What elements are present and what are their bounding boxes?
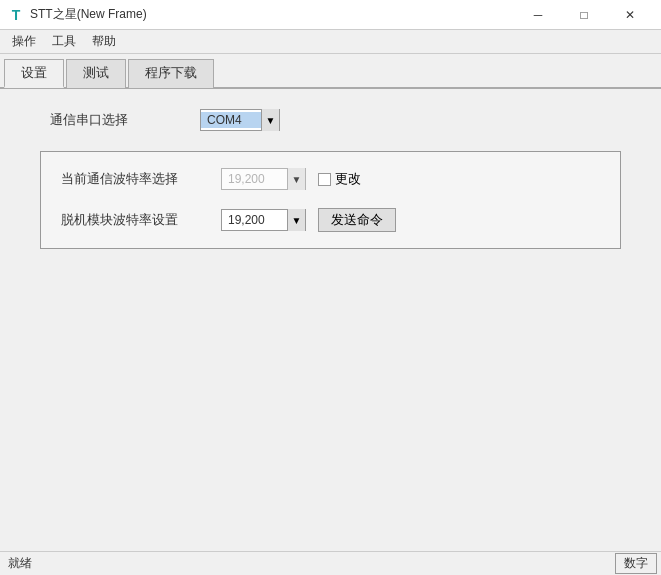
com-port-dropdown[interactable]: COM4 ▼ (200, 109, 280, 131)
current-baud-row: 当前通信波特率选择 19,200 ▼ 更改 (61, 168, 600, 190)
send-command-button[interactable]: 发送命令 (318, 208, 396, 232)
statusbar: 就绪 数字 (0, 551, 661, 575)
titlebar-title: STT之星(New Frame) (30, 6, 147, 23)
change-checkbox[interactable] (318, 173, 331, 186)
com-port-value: COM4 (201, 112, 261, 128)
menu-item-tools[interactable]: 工具 (44, 30, 84, 54)
offline-baud-row: 脱机模块波特率设置 19,200 ▼ 发送命令 (61, 208, 600, 232)
maximize-button[interactable]: □ (561, 0, 607, 30)
titlebar-controls: ─ □ ✕ (515, 0, 653, 30)
current-baud-dropdown[interactable]: 19,200 ▼ (221, 168, 306, 190)
titlebar-left: T STT之星(New Frame) (8, 6, 147, 23)
current-baud-value: 19,200 (222, 171, 287, 187)
main-content: 通信串口选择 COM4 ▼ 当前通信波特率选择 19,200 ▼ 更改 脱机模块… (0, 89, 661, 553)
change-checkbox-label: 更改 (335, 170, 361, 188)
titlebar: T STT之星(New Frame) ─ □ ✕ (0, 0, 661, 30)
close-button[interactable]: ✕ (607, 0, 653, 30)
com-port-label: 通信串口选择 (50, 111, 170, 129)
menu-item-operations[interactable]: 操作 (4, 30, 44, 54)
offline-baud-label: 脱机模块波特率设置 (61, 211, 221, 229)
offline-baud-value: 19,200 (222, 212, 287, 228)
tab-program-download[interactable]: 程序下载 (128, 59, 214, 88)
current-baud-label: 当前通信波特率选择 (61, 170, 221, 188)
change-checkbox-area: 更改 (318, 170, 361, 188)
offline-baud-dropdown[interactable]: 19,200 ▼ (221, 209, 306, 231)
com-port-arrow[interactable]: ▼ (261, 109, 279, 131)
settings-groupbox: 当前通信波特率选择 19,200 ▼ 更改 脱机模块波特率设置 19,200 ▼… (40, 151, 621, 249)
tabbar: 设置 测试 程序下载 (0, 54, 661, 89)
menubar: 操作 工具 帮助 (0, 30, 661, 54)
tab-test[interactable]: 测试 (66, 59, 126, 88)
app-icon: T (8, 7, 24, 23)
offline-baud-arrow[interactable]: ▼ (287, 209, 305, 231)
com-port-row: 通信串口选择 COM4 ▼ (30, 109, 631, 131)
current-baud-arrow[interactable]: ▼ (287, 168, 305, 190)
minimize-button[interactable]: ─ (515, 0, 561, 30)
statusbar-text: 就绪 (4, 555, 32, 572)
statusbar-right: 数字 (615, 553, 657, 574)
tab-settings[interactable]: 设置 (4, 59, 64, 88)
menu-item-help[interactable]: 帮助 (84, 30, 124, 54)
statusbar-panel-digits: 数字 (615, 553, 657, 574)
